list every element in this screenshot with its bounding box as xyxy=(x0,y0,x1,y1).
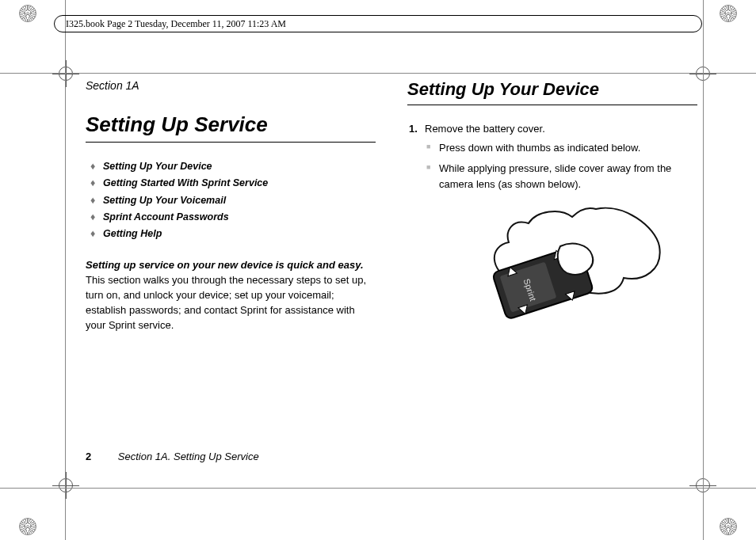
left-column: Section 1A Setting Up Service Setting Up… xyxy=(86,79,376,461)
toc-item: Setting Up Your Voicemail xyxy=(86,192,376,209)
crop-line xyxy=(703,0,704,540)
crop-target-icon xyxy=(19,518,36,535)
step-list: 1. Remove the battery cover. Press down … xyxy=(407,121,697,193)
step-text: Remove the battery cover. xyxy=(425,123,545,135)
crop-line xyxy=(0,73,756,74)
device-illustration: Sprint xyxy=(407,203,697,329)
toc-list: Setting Up Your Device Getting Started W… xyxy=(86,158,376,242)
substep-list: Press down with thumbs as indicated belo… xyxy=(425,140,697,192)
phone-hand-icon: Sprint xyxy=(441,203,663,329)
crop-target-icon xyxy=(19,5,36,22)
page-number: 2 xyxy=(86,451,91,462)
section-label: Section 1A xyxy=(86,79,376,92)
registration-mark-icon xyxy=(55,63,76,84)
right-column: Setting Up Your Device 1. Remove the bat… xyxy=(407,79,697,461)
page-title: Setting Up Service xyxy=(86,112,376,137)
page-footer: 2 Section 1A. Setting Up Service xyxy=(86,451,259,462)
substep-item: While applying pressure, slide cover awa… xyxy=(425,161,697,192)
page-body: Section 1A Setting Up Service Setting Up… xyxy=(86,79,697,461)
toc-item: Setting Up Your Device xyxy=(86,158,376,175)
title-rule xyxy=(86,142,376,143)
page-header-bar: I325.book Page 2 Tuesday, December 11, 2… xyxy=(54,15,702,32)
toc-item: Getting Help xyxy=(86,226,376,242)
toc-item: Sprint Account Passwords xyxy=(86,209,376,226)
right-column-title: Setting Up Your Device xyxy=(407,79,697,100)
book-page-info: I325.book Page 2 Tuesday, December 11, 2… xyxy=(66,18,286,30)
step-number: 1. xyxy=(409,121,418,137)
intro-rest: This section walks you through the neces… xyxy=(86,274,366,331)
crop-line xyxy=(65,0,66,540)
intro-lead: Setting up service on your new device is… xyxy=(86,259,364,271)
crop-target-icon xyxy=(720,5,737,22)
crop-line xyxy=(0,488,756,489)
title-rule xyxy=(407,105,697,105)
footer-text: Section 1A. Setting Up Service xyxy=(118,451,259,462)
substep-item: Press down with thumbs as indicated belo… xyxy=(425,140,697,156)
toc-item: Getting Started With Sprint Service xyxy=(86,175,376,192)
registration-mark-icon xyxy=(55,475,76,496)
crop-target-icon xyxy=(720,518,737,535)
step-item: 1. Remove the battery cover. Press down … xyxy=(407,121,697,193)
intro-paragraph: Setting up service on your new device is… xyxy=(86,258,376,333)
